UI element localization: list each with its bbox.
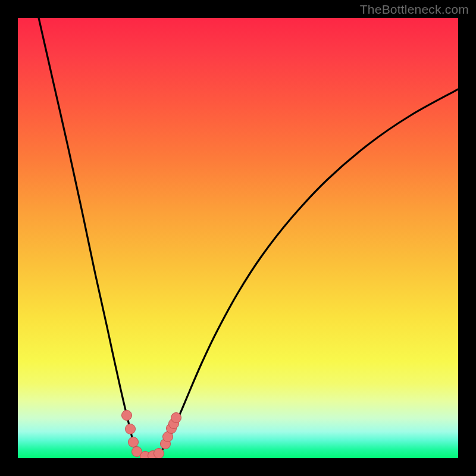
data-marker [122, 411, 132, 421]
data-marker [129, 437, 139, 447]
chart-svg [18, 18, 458, 458]
data-marker [171, 413, 181, 423]
chart-plot-area [18, 18, 458, 458]
data-marker [154, 449, 164, 459]
bottleneck-curve [39, 18, 458, 457]
watermark-text: TheBottleneck.com [360, 2, 469, 17]
data-marker [126, 424, 136, 434]
curve-markers [122, 411, 181, 459]
outer-frame: TheBottleneck.com [0, 0, 476, 476]
